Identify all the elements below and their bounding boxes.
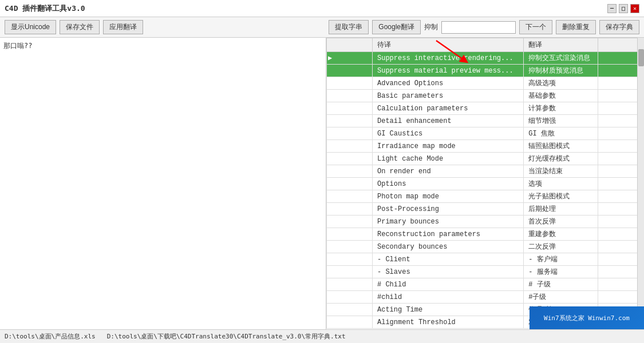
maximize-button[interactable]: □ (619, 4, 628, 13)
save-dict-button[interactable]: 保存字典 (599, 20, 639, 34)
arrow-cell (327, 216, 373, 228)
table-row[interactable]: Advanced Options高级选项 (327, 77, 644, 90)
translation-cell: - 客户端 (524, 253, 598, 266)
translation-table: 待译 翻译 ▶Suppress interactive rendering...… (326, 38, 644, 329)
arrow-cell (327, 266, 373, 278)
original-cell: - Slaves (373, 266, 524, 278)
original-cell: Acting Time (373, 304, 524, 316)
translation-cell: 计算参数 (524, 102, 598, 115)
table-row[interactable]: Options选项 (327, 178, 644, 190)
suppress-label: 抑制 (424, 22, 438, 32)
translation-cell: 抑制材质预览消息 (524, 65, 598, 77)
close-button[interactable]: ✕ (630, 4, 639, 13)
translation-cell: 基础参数 (524, 90, 598, 102)
table-row[interactable]: #child#子级 (327, 291, 644, 304)
remove-dup-button[interactable]: 删除重复 (556, 20, 596, 34)
arrow-cell (327, 253, 373, 266)
main-area: 那口嗡?? 待译 翻译 ▶Suppress interactive render… (0, 38, 644, 329)
original-cell: # Child (373, 278, 524, 291)
table-row[interactable]: Primary bounces首次反弹 (327, 216, 644, 228)
original-cell: Advanced Options (373, 77, 524, 90)
arrow-cell (327, 278, 373, 291)
arrow-cell (327, 203, 373, 216)
left-panel-text: 那口嗡?? (3, 42, 32, 50)
translation-cell: 高级选项 (524, 77, 598, 90)
arrow-cell (327, 65, 373, 77)
original-cell: Secondary bounces (373, 241, 524, 253)
translation-cell: 选项 (524, 178, 598, 190)
arrow-cell (327, 241, 373, 253)
window-controls: ─ □ ✕ (607, 4, 639, 13)
arrow-cell (327, 228, 373, 241)
table-header-row: 待译 翻译 (327, 38, 644, 52)
translation-cell: 灯光缓存模式 (524, 153, 598, 165)
arrow-cell (327, 77, 373, 90)
table-row[interactable]: - Client- 客户端 (327, 253, 644, 266)
translation-cell: 重建参数 (524, 228, 598, 241)
table-row[interactable]: Irradiance map mode辐照贴图模式 (327, 140, 644, 153)
watermark-text: Win7系统之家 Winwin7.com (544, 314, 630, 322)
original-cell: Detail enhancement (373, 115, 524, 127)
table-row[interactable]: Calculation parameters计算参数 (327, 102, 644, 115)
translation-cell: #子级 (524, 291, 598, 304)
arrow-col-header (327, 38, 373, 52)
search-input[interactable] (441, 21, 516, 34)
table-row[interactable]: Suppress material preview mess...抑制材质预览消… (327, 65, 644, 77)
translation-cell: 细节增强 (524, 115, 598, 127)
table-row[interactable]: Post-Processing后期处理 (327, 203, 644, 216)
arrow-cell (327, 115, 373, 127)
save-file-button[interactable]: 保存文件 (60, 20, 100, 34)
table-row[interactable]: Photon map mode光子贴图模式 (327, 190, 644, 203)
scrollbar[interactable] (637, 38, 644, 329)
arrow-cell (327, 153, 373, 165)
status-right-path: D:\tools\桌面\下载吧\C4DTranslate30\C4DTransl… (107, 332, 346, 341)
arrow-cell (327, 102, 373, 115)
original-cell: - Client (373, 253, 524, 266)
arrow-cell (327, 165, 373, 178)
translation-cell: 首次反弹 (524, 216, 598, 228)
arrow-cell (327, 190, 373, 203)
toolbar: 显示Unicode 保存文件 应用翻译 提取字串 Google翻译 抑制 下一个… (0, 17, 644, 38)
status-bar: D:\tools\桌面\产品信息.xls D:\tools\桌面\下载吧\C4D… (0, 329, 644, 343)
table-row[interactable]: Secondary bounces二次反弹 (327, 241, 644, 253)
scroll-thumb[interactable] (638, 49, 644, 66)
table-row[interactable]: Detail enhancement细节增强 (327, 115, 644, 127)
unicode-button[interactable]: 显示Unicode (5, 20, 56, 34)
table-row[interactable]: GI CausticsGI 焦散 (327, 127, 644, 140)
original-cell: Irradiance map mode (373, 140, 524, 153)
watermark: Win7系统之家 Winwin7.com (530, 306, 644, 329)
next-button[interactable]: 下一个 (519, 20, 552, 34)
translation-cell: 当渲染结束 (524, 165, 598, 178)
google-button[interactable]: Google翻译 (372, 20, 421, 34)
translation-cell: 辐照贴图模式 (524, 140, 598, 153)
original-cell: GI Caustics (373, 127, 524, 140)
original-cell: Calculation parameters (373, 102, 524, 115)
original-cell: Primary bounces (373, 216, 524, 228)
original-col-header: 待译 (373, 38, 524, 52)
title-bar: C4D 插件翻译工具v3.0 ─ □ ✕ (0, 0, 644, 17)
arrow-cell (327, 127, 373, 140)
minimize-button[interactable]: ─ (607, 4, 617, 13)
table-row[interactable]: - Slaves- 服务端 (327, 266, 644, 278)
toolbar-right: 提取字串 Google翻译 抑制 下一个 删除重复 保存字典 (329, 20, 639, 34)
translation-col-header: 翻译 (524, 38, 598, 52)
extract-button[interactable]: 提取字串 (329, 20, 369, 34)
translation-cell: 抑制交互式渲染消息 (524, 52, 598, 65)
original-cell: Suppress material preview mess... (373, 65, 524, 77)
translation-cell: 二次反弹 (524, 241, 598, 253)
original-cell: #child (373, 291, 524, 304)
apply-button[interactable]: 应用翻译 (103, 20, 143, 34)
translation-cell: - 服务端 (524, 266, 598, 278)
original-cell: On render end (373, 165, 524, 178)
original-cell: Post-Processing (373, 203, 524, 216)
table-row[interactable]: On render end当渲染结束 (327, 165, 644, 178)
table-row[interactable]: # Child# 子级 (327, 278, 644, 291)
table-row[interactable]: ▶Suppress interactive rendering...抑制交互式渲… (327, 52, 644, 65)
table-row[interactable]: Reconstruction parameters重建参数 (327, 228, 644, 241)
table-row[interactable]: Basic parameters基础参数 (327, 90, 644, 102)
original-cell: Reconstruction parameters (373, 228, 524, 241)
arrow-cell (327, 291, 373, 304)
table-row[interactable]: Light cache Mode灯光缓存模式 (327, 153, 644, 165)
translation-cell: # 子级 (524, 278, 598, 291)
arrow-cell (327, 316, 373, 329)
